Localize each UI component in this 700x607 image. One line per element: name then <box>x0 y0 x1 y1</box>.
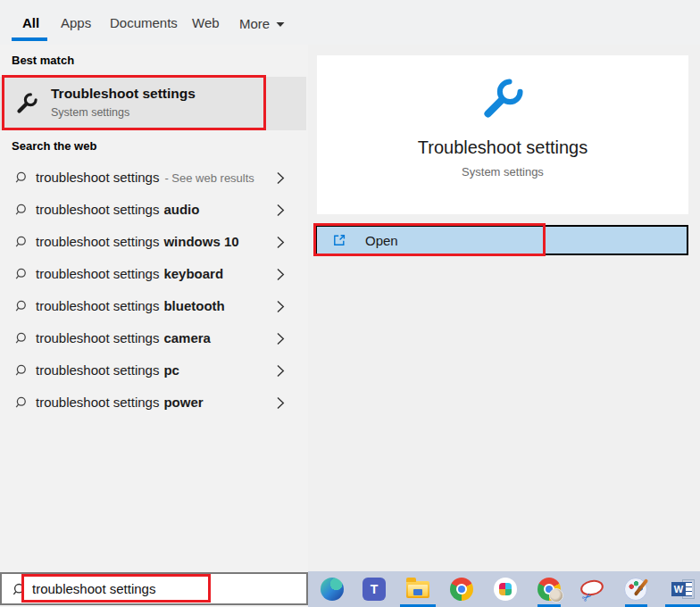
search-icon <box>14 395 29 414</box>
suggestion-suffix: audio <box>163 202 199 217</box>
tab-web[interactable]: Web <box>192 15 220 30</box>
suggestion-suffix: windows 10 <box>163 234 238 249</box>
taskbar-icon-snipping-tool[interactable]: ✂ <box>579 578 605 597</box>
preview-panel: Troubleshoot settings System settings Op… <box>308 45 700 571</box>
suggestion-suffix: power <box>163 395 203 410</box>
active-tab-underline <box>12 37 47 41</box>
suggestion-see-web-results[interactable]: troubleshoot settings- See web results <box>0 162 308 194</box>
search-icon <box>14 267 29 286</box>
wrench-icon <box>13 90 40 121</box>
search-icon <box>14 235 29 254</box>
suggestion-text: troubleshoot settings <box>36 202 159 217</box>
search-icon <box>12 582 28 602</box>
tab-more[interactable]: More <box>239 15 285 31</box>
suggestion-keyboard[interactable]: troubleshoot settingskeyboard <box>0 258 308 290</box>
taskbar-icon-chrome-profile[interactable] <box>538 578 561 601</box>
open-action-label: Open <box>365 233 398 248</box>
best-match-title: Troubleshoot settings <box>51 86 196 102</box>
search-input[interactable] <box>32 575 291 603</box>
search-icon <box>14 299 29 318</box>
suggestion-text: troubleshoot settings <box>36 234 159 249</box>
web-suggestions-list: troubleshoot settings- See web results t… <box>0 162 308 419</box>
suggestion-windows-10[interactable]: troubleshoot settingswindows 10 <box>0 226 308 258</box>
preview-title: Troubleshoot settings <box>317 137 688 158</box>
best-match-section-label: Best match <box>12 54 74 67</box>
suggestion-text: troubleshoot settings <box>36 330 159 345</box>
scissors-icon: ✂ <box>579 589 596 606</box>
suggestion-suffix: keyboard <box>163 266 223 281</box>
suggestion-text: troubleshoot settings <box>36 298 159 313</box>
tab-more-label: More <box>239 16 270 31</box>
chevron-right-icon[interactable] <box>275 330 286 351</box>
chevron-right-icon[interactable] <box>275 395 286 415</box>
best-match-result[interactable]: Troubleshoot settings System settings <box>0 77 306 130</box>
open-action[interactable]: Open <box>315 225 688 255</box>
chevron-right-icon[interactable] <box>275 298 286 319</box>
suggestion-text: troubleshoot settings <box>36 170 159 185</box>
suggestion-suffix: bluetooth <box>163 298 224 313</box>
search-icon <box>14 170 29 189</box>
tab-apps[interactable]: Apps <box>61 15 91 30</box>
best-match-subtitle: System settings <box>51 106 129 119</box>
search-web-section-label: Search the web <box>12 139 96 153</box>
preview-card: Troubleshoot settings System settings <box>317 55 688 214</box>
search-icon <box>14 363 29 382</box>
suggestion-camera[interactable]: troubleshoot settingscamera <box>0 322 308 354</box>
suggestion-text: troubleshoot settings <box>36 395 159 410</box>
taskbar-icon-teams[interactable]: T <box>362 578 386 601</box>
suggestion-audio[interactable]: troubleshoot settingsaudio <box>0 194 308 226</box>
chevron-right-icon[interactable] <box>275 202 286 222</box>
suggestion-text: troubleshoot settings <box>36 266 159 281</box>
taskbar-search-box[interactable] <box>0 572 308 605</box>
taskbar-icon-chrome[interactable] <box>450 578 473 601</box>
wrench-icon <box>317 73 688 129</box>
profile-photo-badge <box>549 588 563 603</box>
suggestion-power[interactable]: troubleshoot settingspower <box>0 387 308 419</box>
tab-documents[interactable]: Documents <box>110 15 178 30</box>
suggestion-suffix: camera <box>163 330 211 345</box>
suggestion-note: - See web results <box>164 171 254 185</box>
search-icon <box>14 203 29 221</box>
search-icon <box>14 331 29 350</box>
tab-all[interactable]: All <box>22 15 39 30</box>
taskbar-icon-slack[interactable] <box>494 578 517 601</box>
chevron-right-icon[interactable] <box>275 362 286 383</box>
suggestion-pc[interactable]: troubleshoot settingspc <box>0 354 308 387</box>
chevron-right-icon[interactable] <box>275 266 286 287</box>
suggestion-text: troubleshoot settings <box>36 362 159 378</box>
word-logo-detail: W <box>671 582 686 596</box>
preview-subtitle: System settings <box>317 165 688 179</box>
folder-window-detail <box>413 589 422 595</box>
taskbar-icon-file-explorer[interactable] <box>406 581 429 598</box>
chevron-right-icon[interactable] <box>275 170 286 190</box>
taskbar-icon-word[interactable]: W <box>671 578 695 601</box>
suggestion-bluetooth[interactable]: troubleshoot settingsbluetooth <box>0 290 308 322</box>
suggestion-suffix: pc <box>163 362 179 378</box>
search-tabs-bar: All Apps Documents Web More N <box>0 0 700 45</box>
open-external-icon <box>332 233 346 247</box>
chevron-right-icon[interactable] <box>275 234 286 254</box>
chevron-down-icon <box>276 15 285 30</box>
taskbar-icon-edge[interactable] <box>321 578 344 601</box>
taskbar: T ✂ W <box>308 571 700 607</box>
windows-search-flyout: All Apps Documents Web More N B <box>0 0 700 607</box>
taskbar-icon-paint[interactable] <box>624 578 647 601</box>
